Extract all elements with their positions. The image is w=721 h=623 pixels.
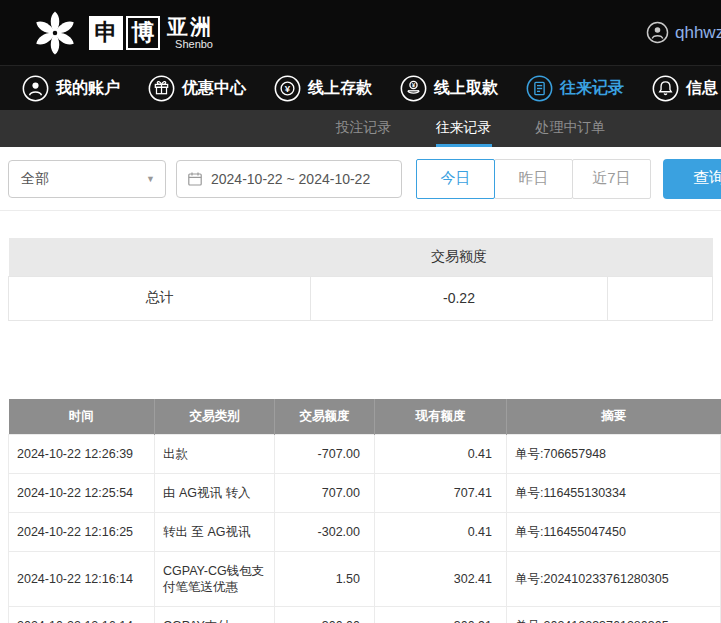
username-label: qhhwz <box>675 23 721 43</box>
transactions-table: 时间 交易类别 交易额度 现有额度 摘要 2024-10-22 12:26:39… <box>8 399 721 623</box>
tab-transaction-records[interactable]: 往来记录 <box>436 110 492 147</box>
column-header-type: 交易类别 <box>155 399 275 435</box>
column-header-amount: 交易额度 <box>275 399 375 435</box>
cell-balance: 300.91 <box>375 607 507 623</box>
cell-amount: -302.00 <box>275 513 375 552</box>
cell-amount: 1.50 <box>275 552 375 607</box>
topbar: 申 博 亚洲 Shenbo qhhwz <box>0 0 721 65</box>
logo-char-shen: 申 <box>89 16 123 50</box>
brand-logo: 申 博 亚洲 Shenbo <box>0 8 213 58</box>
cell-balance: 0.41 <box>375 435 507 474</box>
cell-time: 2024-10-22 12:16:25 <box>9 513 155 552</box>
cell-type: 出款 <box>155 435 275 474</box>
cell-amount: -707.00 <box>275 435 375 474</box>
cell-time: 2024-10-22 12:16:14 <box>9 607 155 623</box>
last7days-button[interactable]: 近7日 <box>572 159 651 199</box>
transaction-row: 2024-10-22 12:16:14CGPAY-CG钱包支付笔笔送优惠1.50… <box>9 552 721 607</box>
bell-icon <box>652 75 679 102</box>
subnav: 投注记录 往来记录 处理中订单 <box>0 110 721 147</box>
cell-amount: 300.00 <box>275 607 375 623</box>
transaction-row: 2024-10-22 12:26:39出款-707.000.41单号:70665… <box>9 435 721 474</box>
nav-item-online-withdraw[interactable]: ¥ 线上取款 <box>400 75 498 102</box>
records-document-icon <box>526 75 553 102</box>
summary-header-spacer <box>9 238 311 276</box>
summary-header-label: 交易额度 <box>311 238 608 276</box>
cell-summary: 单号:116455130334 <box>507 474 721 513</box>
svg-text:¥: ¥ <box>285 82 291 93</box>
chevron-down-icon: ▼ <box>146 174 155 184</box>
summary-table: 交易额度 总计 -0.22 <box>8 238 713 321</box>
column-header-summary: 摘要 <box>507 399 721 435</box>
main-nav: 我的账户 优惠中心 ¥ 线上存款 <box>0 65 721 110</box>
column-header-balance: 现有额度 <box>375 399 507 435</box>
brand-subtitle: Shenbo <box>175 38 213 50</box>
cell-summary: 单号:116455047450 <box>507 513 721 552</box>
transaction-row: 2024-10-22 12:16:25转出 至 AG视讯-302.000.41单… <box>9 513 721 552</box>
cell-summary: 单号:202410233761280305 <box>507 552 721 607</box>
calendar-icon <box>187 171 203 187</box>
flower-logo-icon <box>30 8 80 58</box>
cell-type: 由 AG视讯 转入 <box>155 474 275 513</box>
nav-item-label: 优惠中心 <box>182 78 246 99</box>
summary-empty-cell <box>608 276 713 320</box>
deposit-coin-icon: ¥ <box>274 75 301 102</box>
column-header-time: 时间 <box>9 399 155 435</box>
summary-header-spacer <box>608 238 713 276</box>
cell-type: CGPAY支付 <box>155 607 275 623</box>
cell-type: CGPAY-CG钱包支付笔笔送优惠 <box>155 552 275 607</box>
cell-balance: 707.41 <box>375 474 507 513</box>
nav-item-transaction-records[interactable]: 往来记录 <box>526 75 624 102</box>
summary-total-label: 总计 <box>9 276 311 320</box>
nav-item-label: 我的账户 <box>56 78 120 99</box>
logo-char-bo: 博 <box>126 16 160 50</box>
user-avatar-icon <box>646 21 669 44</box>
withdraw-hand-icon: ¥ <box>400 75 427 102</box>
nav-item-online-deposit[interactable]: ¥ 线上存款 <box>274 75 372 102</box>
brand-region-label: 亚洲 <box>167 15 213 38</box>
nav-item-label: 信息 <box>686 78 718 99</box>
transaction-records-page: 申 博 亚洲 Shenbo qhhwz 我的账户 <box>0 0 721 623</box>
cell-summary: 单号:202410233761280305 <box>507 607 721 623</box>
nav-item-label: 线上取款 <box>434 78 498 99</box>
gift-icon <box>148 75 175 102</box>
user-account[interactable]: qhhwz <box>646 0 721 65</box>
type-select[interactable]: 全部 ▼ <box>8 160 166 198</box>
cell-time: 2024-10-22 12:16:14 <box>9 552 155 607</box>
nav-item-label: 往来记录 <box>560 78 624 99</box>
cell-time: 2024-10-22 12:26:39 <box>9 435 155 474</box>
cell-type: 转出 至 AG视讯 <box>155 513 275 552</box>
account-icon <box>22 75 49 102</box>
cell-balance: 0.41 <box>375 513 507 552</box>
query-button[interactable]: 查询 <box>663 159 721 199</box>
transactions-body: 2024-10-22 12:26:39出款-707.000.41单号:70665… <box>9 435 721 623</box>
date-range-input[interactable]: 2024-10-22 ~ 2024-10-22 <box>176 160 402 198</box>
cell-amount: 707.00 <box>275 474 375 513</box>
tab-processing-orders[interactable]: 处理中订单 <box>536 110 606 147</box>
tab-bet-records[interactable]: 投注记录 <box>336 110 392 147</box>
nav-item-messages[interactable]: 信息 <box>652 75 718 102</box>
filter-bar: 全部 ▼ 2024-10-22 ~ 2024-10-22 今日 昨日 近7日 查… <box>0 147 721 211</box>
yesterday-button[interactable]: 昨日 <box>494 159 573 199</box>
cell-balance: 302.41 <box>375 552 507 607</box>
summary-total-value: -0.22 <box>311 276 608 320</box>
cell-summary: 单号:706657948 <box>507 435 721 474</box>
svg-text:¥: ¥ <box>412 81 416 88</box>
brand-text: 亚洲 Shenbo <box>167 15 213 50</box>
transactions-header-row: 时间 交易类别 交易额度 现有额度 摘要 <box>9 399 721 435</box>
date-range-value: 2024-10-22 ~ 2024-10-22 <box>211 171 370 187</box>
transaction-row: 2024-10-22 12:16:14CGPAY支付300.00300.91单号… <box>9 607 721 623</box>
cell-time: 2024-10-22 12:25:54 <box>9 474 155 513</box>
today-button[interactable]: 今日 <box>416 159 495 199</box>
quick-range-group: 今日 昨日 近7日 <box>416 159 651 199</box>
nav-item-label: 线上存款 <box>308 78 372 99</box>
transaction-row: 2024-10-22 12:25:54由 AG视讯 转入707.00707.41… <box>9 474 721 513</box>
nav-item-promotions[interactable]: 优惠中心 <box>148 75 246 102</box>
type-select-value: 全部 <box>21 170 49 188</box>
nav-item-my-account[interactable]: 我的账户 <box>22 75 120 102</box>
